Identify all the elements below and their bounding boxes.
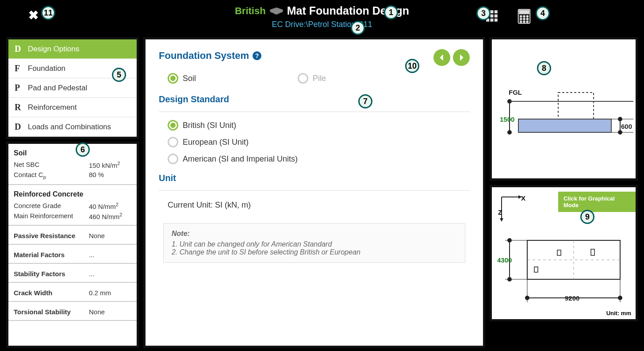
svg-rect-8 [494,19,498,22]
summary-extra-value: ... [89,270,95,278]
unit-heading: Unit [159,173,470,183]
svg-point-13 [526,15,528,17]
radio-label: British (SI Unit) [183,121,236,130]
contact-value: 80 % [89,171,104,180]
design-standard-options: British (SI Unit)European (SI Unit)Ameri… [159,117,470,167]
svg-rect-38 [557,250,561,255]
foundation-system-heading: Foundation System ? [159,50,470,62]
net-sbc-value: 150 kN/m2 [89,161,120,169]
callout-2: 2 [351,21,365,35]
nav-letter: F [15,63,28,73]
radio-soil[interactable]: Soil [168,73,196,84]
net-sbc-label: Net SBC [14,161,89,169]
svg-point-14 [520,18,522,20]
foundation-logo-icon [269,6,284,16]
summary-extra-value: ... [89,251,95,258]
summary-extra-value: None [89,308,105,316]
callout-9: 9 [580,210,594,224]
svg-point-17 [520,21,522,23]
summary-extra-label: Stability Factors [14,270,89,278]
plan-dim-v: 4300 [497,256,512,264]
summary-crack-width: Crack Width0.2 mm [8,283,137,302]
note-box: Note: 1. Unit can be changed only for Am… [163,223,465,263]
svg-rect-5 [494,15,498,18]
step-nav [433,49,470,66]
callout-7: 7 [358,94,372,108]
left-column: DDesign OptionsFFoundationPPad and Pedes… [6,37,139,348]
callout-6: 6 [76,143,90,157]
svg-rect-4 [491,15,494,18]
radio-label: European (SI Unit) [183,138,249,147]
callout-8: 8 [537,61,551,75]
callout-3: 3 [476,6,491,20]
svg-marker-34 [500,218,503,222]
nav-item-loads-and-combinations[interactable]: DLoads and Combinations [8,117,137,137]
calculator-icon[interactable] [518,9,531,26]
callout-5: 5 [112,68,126,82]
thickness-dim: 600 [621,123,632,130]
nav-panel: DDesign OptionsFFoundationPPad and Pedes… [6,37,139,139]
summary-extra-value: None [89,232,105,239]
svg-point-19 [526,21,528,23]
summary-material-factors: Material Factors... [8,245,137,264]
nav-item-reinforcement[interactable]: RReinforcement [8,98,137,117]
nav-label: Reinforcement [28,103,77,112]
nav-label: Pad and Pedestal [28,84,87,93]
foundation-system-options: Soil Pile [159,69,470,88]
nav-label: Design Options [28,45,79,54]
radio-pile: Pile [298,73,326,84]
summary-soil: Soil Net SBC150 kN/m2 Contact Cp80 % [8,144,137,185]
callout-11: 11 [41,6,55,20]
summary-extra-label: Material Factors [14,251,89,258]
radio-british[interactable]: British (SI Unit) [168,120,461,131]
nav-label: Loads and Combinations [28,123,111,131]
nav-label: Foundation [28,64,65,73]
prev-step-button[interactable] [433,49,450,66]
main-reinforcement-label: Main Reinforcement [14,212,89,220]
x-axis-label: X [521,194,525,202]
svg-point-16 [526,18,528,20]
concrete-grade-value: 40 N/mm2 [89,202,119,210]
radio-label: American (SI and Imperial Units) [183,154,298,164]
svg-rect-40 [534,267,538,272]
svg-point-12 [523,15,525,17]
summary-passive-resistance: Passive ResistanceNone [8,226,137,245]
summary-torsional-stability: Torsional StabilityNone [8,302,137,321]
nav-letter: D [15,44,28,54]
graphical-mode-button[interactable]: Click for Graphical Mode [558,192,636,212]
summary-soil-title: Soil [14,149,131,157]
help-icon[interactable]: ? [253,51,261,60]
svg-rect-7 [491,19,494,22]
radio-american[interactable]: American (SI and Imperial Units) [168,154,461,164]
depth-dim: 1500 [500,116,514,123]
callout-1: 1 [384,5,398,19]
summary-extra-value: 0.2 mm [89,289,111,297]
workspace: DDesign OptionsFFoundationPPad and Pedes… [0,35,644,351]
svg-point-15 [523,18,525,20]
summary-panel: Soil Net SBC150 kN/m2 Contact Cp80 % Rei… [6,142,139,348]
main-panel: Foundation System ? Soil Pile Design Sta… [143,37,485,348]
next-step-button[interactable] [453,49,470,66]
note-title: Note: [172,230,457,238]
svg-rect-10 [519,11,529,14]
nav-item-design-options[interactable]: DDesign Options [8,39,137,59]
title-row: British Mat Foundation Design [235,4,409,17]
close-icon[interactable]: ✖ [28,8,38,23]
radio-european[interactable]: European (SI Unit) [168,137,461,147]
svg-rect-2 [494,10,498,13]
plan-unit-label: Unit: mm [606,310,631,316]
summary-extra-label: Crack Width [14,289,89,297]
svg-rect-22 [558,93,594,119]
right-column: FGL 1500 600 Click for Graphical Mode [490,37,638,348]
summary-extra-label: Passive Resistance [14,232,89,239]
plan-preview: Click for Graphical Mode X Z 4300 [490,185,638,321]
summary-stability-factors: Stability Factors... [8,264,137,283]
main-reinforcement-value: 460 N/mm2 [89,212,122,220]
svg-rect-1 [491,10,494,13]
standard-label: British [235,5,266,17]
svg-point-11 [520,15,522,17]
concrete-grade-label: Concrete Grade [14,202,89,210]
note-line-2: 2. Change the unit to SI before selectin… [172,248,457,256]
elevation-svg: FGL 1500 600 [496,44,636,177]
svg-point-18 [523,21,525,23]
